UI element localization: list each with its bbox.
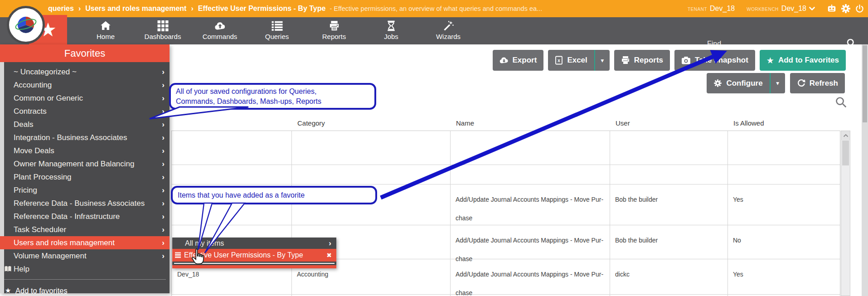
configure-dropdown-caret[interactable]: ▾ xyxy=(770,73,785,93)
star-icon: ★ xyxy=(766,55,774,65)
sidebar-item-common-or-generic[interactable]: Common or Generic › xyxy=(0,92,170,105)
sidebar-item-users-and-roles-management[interactable]: Users and roles management › xyxy=(0,236,170,249)
settings-gear-icon[interactable] xyxy=(841,4,851,14)
sidebar-item-help[interactable]: Help xyxy=(0,262,170,276)
app-logo[interactable] xyxy=(7,6,45,44)
help-label: Help xyxy=(14,265,29,273)
search-icon[interactable] xyxy=(846,38,857,50)
table-scrollbar[interactable] xyxy=(841,131,850,296)
breadcrumb-item[interactable]: queries xyxy=(48,5,74,13)
table-scrollbar-thumb[interactable] xyxy=(842,141,849,165)
annotation-saved-configurations: All of your saved configurations for Que… xyxy=(169,83,376,110)
breadcrumb-item[interactable]: Effective User Permissions - By Type xyxy=(198,5,326,13)
column-header-category[interactable]: Category xyxy=(297,119,325,127)
breadcrumb-item[interactable]: Users and roles management xyxy=(85,5,186,13)
chevron-right-icon: › xyxy=(162,249,165,262)
annotation-line-1: All of your saved configurations for Que… xyxy=(176,87,369,97)
power-icon[interactable] xyxy=(855,4,864,14)
chevron-right-icon: › xyxy=(162,157,165,170)
sidebar-item-reference-data-infrastructure[interactable]: Reference Data - Infrastructure › xyxy=(0,210,170,223)
sidebar-item-plant-processing[interactable]: Plant Processing › xyxy=(0,170,170,184)
sidebar-item-pricing[interactable]: Pricing › xyxy=(0,184,170,197)
submenu-item-all-my-items[interactable]: All my items › xyxy=(172,238,336,249)
table-cell[interactable]: Yes xyxy=(733,265,835,284)
user-robot-icon[interactable] xyxy=(827,4,837,14)
tenant-value: Dev_18 xyxy=(710,5,735,13)
favorite-item-label: Effective User Permissions - By Type xyxy=(184,251,303,259)
column-header-name[interactable]: Name xyxy=(456,119,474,127)
column-header-user[interactable]: User xyxy=(616,119,630,127)
refresh-button[interactable]: Refresh xyxy=(790,73,845,93)
chevron-right-icon: › xyxy=(162,92,165,105)
scroll-up-button[interactable] xyxy=(841,131,850,140)
page-scrollbar[interactable] xyxy=(862,44,868,296)
chevron-right-icon: › xyxy=(162,118,165,131)
sidebar-item-uncategorized[interactable]: ~ Uncategorized ~ › xyxy=(0,65,170,78)
sidebar-item-integration-business-associates[interactable]: Integration - Business Associates › xyxy=(0,131,170,144)
workbench-value: Dev_18 xyxy=(781,5,806,13)
reports-button[interactable]: Reports xyxy=(614,50,670,71)
configure-button[interactable]: Configure xyxy=(707,73,769,93)
table-cell[interactable]: Add/Update Journal Accounts Mappings - M… xyxy=(456,190,604,228)
nav-item-commands[interactable]: Commands xyxy=(191,17,248,44)
column-header-is-allowed[interactable]: Is Allowed xyxy=(733,119,764,127)
take-snapshot-button[interactable]: Take snapshot xyxy=(674,50,755,71)
sidebar-item-owner-management-and-balancing[interactable]: Owner Management and Balancing › xyxy=(0,157,170,170)
close-icon[interactable]: ✖ xyxy=(326,249,332,262)
nav-item-jobs[interactable]: Jobs xyxy=(363,17,420,44)
grid-search-icon[interactable] xyxy=(835,96,847,110)
camera-icon xyxy=(681,56,691,65)
add-to-favorites-button[interactable]: ★ Add to Favorites xyxy=(760,50,846,71)
nav-item-dashboards[interactable]: Dashboards xyxy=(134,17,191,44)
add-to-favorites-link[interactable]: ★ Add to favorites xyxy=(0,284,170,296)
nav-item-reports[interactable]: Reports xyxy=(305,17,363,44)
table-cell[interactable]: Yes xyxy=(733,190,835,209)
sidebar-item-accounting[interactable]: Accounting › xyxy=(0,78,170,92)
grid-column-line xyxy=(610,131,610,296)
chevron-right-icon: › xyxy=(162,105,165,118)
sidebar-item-deals[interactable]: Deals › xyxy=(0,118,170,131)
sidebar-item-volume-management[interactable]: Volume Management › xyxy=(0,249,170,262)
find-input[interactable] xyxy=(698,40,846,48)
chevron-right-icon: › xyxy=(329,238,331,249)
nav-bar: Home Dashboards Commands Queries Reports… xyxy=(0,17,868,44)
export-button[interactable]: Export xyxy=(493,50,544,71)
page-scrollbar-thumb[interactable] xyxy=(863,45,867,122)
cloud-download-icon xyxy=(499,56,509,65)
sidebar-item-move-deals[interactable]: Move Deals › xyxy=(0,144,170,157)
workbench-selector[interactable]: WORKBENCH Dev_18 xyxy=(747,5,815,13)
home-icon xyxy=(100,20,112,31)
nav-item-home[interactable]: Home xyxy=(77,17,134,44)
grid-row-line xyxy=(172,165,840,165)
excel-dropdown-caret[interactable]: ▾ xyxy=(594,50,610,71)
export-label: Export xyxy=(513,56,537,65)
sidebar-item-reference-data-business-associates[interactable]: Reference Data - Business Associates › xyxy=(0,197,170,210)
annotation-line-2: Commands, Dashboards, Mash-ups, Reports xyxy=(176,97,369,107)
queries-icon xyxy=(272,20,283,31)
favorites-panel-title: Favorites xyxy=(0,44,170,62)
table-cell[interactable]: Add/Update Journal Accounts Mappings - M… xyxy=(456,265,604,296)
chevron-right-icon: › xyxy=(162,144,165,157)
breadcrumb-separator: › xyxy=(78,5,81,13)
workbench-label: WORKBENCH xyxy=(747,7,779,12)
table-cell[interactable]: dickc xyxy=(615,265,722,284)
sidebar-item-task-scheduler[interactable]: Task Scheduler › xyxy=(0,223,170,236)
nav-item-queries[interactable]: Queries xyxy=(248,17,305,44)
topbar-icons xyxy=(827,4,864,14)
table-cell[interactable]: Add/Update Journal Accounts Mappings - M… xyxy=(456,231,604,268)
breadcrumb: queries›Users and roles management›Effec… xyxy=(48,0,542,17)
excel-button[interactable]: x Excel xyxy=(548,50,594,71)
data-grid: Add/Update Journal Accounts Mappings - M… xyxy=(171,131,840,296)
table-cell[interactable]: Bob the builder xyxy=(615,190,722,209)
excel-split-button: x Excel ▾ xyxy=(548,50,609,71)
nav-item-wizards[interactable]: Wizards xyxy=(420,17,477,44)
tenant-label: TENANT xyxy=(688,7,707,12)
sidebar-item-contracts[interactable]: Contracts › xyxy=(0,105,170,118)
refresh-icon xyxy=(797,79,805,87)
table-cell[interactable]: Bob the builder xyxy=(615,231,722,250)
submenu-item-effective-user-permissions[interactable]: Effective User Permissions - By Type ✖ xyxy=(172,249,336,262)
table-cell[interactable]: No xyxy=(733,231,835,250)
submenu-underline xyxy=(174,263,335,264)
add-to-favorites-label: Add to favorites xyxy=(15,286,68,295)
annotation-text: Items that you have added as a favorite xyxy=(178,191,305,199)
